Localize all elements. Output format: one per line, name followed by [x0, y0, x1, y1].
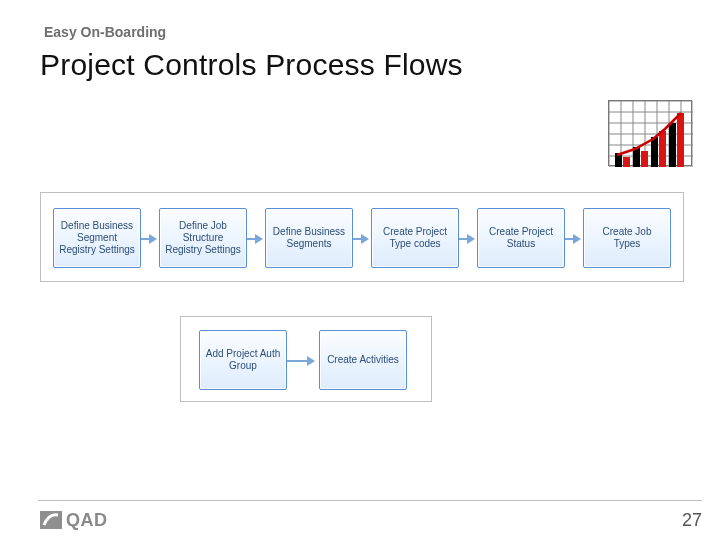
slide: Easy On-Boarding Project Controls Proces…: [0, 0, 720, 540]
qad-logo: QAD: [40, 510, 108, 531]
process-flow-row-2: Add Project Auth Group Create Activities: [180, 316, 432, 402]
arrow-icon: [247, 238, 257, 240]
bar-chart-icon: [608, 100, 692, 166]
arrow-icon: [353, 238, 363, 240]
flow-step-create-project-status: Create Project Status: [477, 208, 565, 268]
arrow-icon: [141, 238, 151, 240]
qad-logo-text: QAD: [66, 510, 108, 531]
flow-step-define-business-segments: Define Business Segments: [265, 208, 353, 268]
flow-step-create-project-type-codes: Create Project Type codes: [371, 208, 459, 268]
flow-step-add-project-auth-group: Add Project Auth Group: [199, 330, 287, 390]
flow-step-create-job-types: Create Job Types: [583, 208, 671, 268]
svg-rect-18: [641, 151, 648, 167]
page-number: 27: [682, 510, 702, 531]
slide-footer: QAD 27: [0, 500, 720, 540]
svg-rect-20: [659, 131, 666, 167]
svg-rect-21: [669, 123, 676, 167]
svg-rect-23: [40, 511, 62, 529]
svg-rect-19: [651, 137, 658, 167]
flow-step-create-activities: Create Activities: [319, 330, 407, 390]
arrow-icon: [565, 238, 575, 240]
slide-title: Project Controls Process Flows: [40, 48, 463, 82]
svg-rect-16: [623, 157, 630, 167]
svg-rect-22: [677, 113, 684, 167]
slide-subtitle: Easy On-Boarding: [44, 24, 166, 40]
arrow-icon: [287, 360, 309, 362]
arrow-icon: [459, 238, 469, 240]
qad-logo-icon: [40, 511, 62, 529]
flow-step-define-job-structure-registry: Define Job Structure Registry Settings: [159, 208, 247, 268]
process-flow-row-1: Define Business Segment Registry Setting…: [40, 192, 684, 282]
flow-step-define-business-segment-registry: Define Business Segment Registry Setting…: [53, 208, 141, 268]
